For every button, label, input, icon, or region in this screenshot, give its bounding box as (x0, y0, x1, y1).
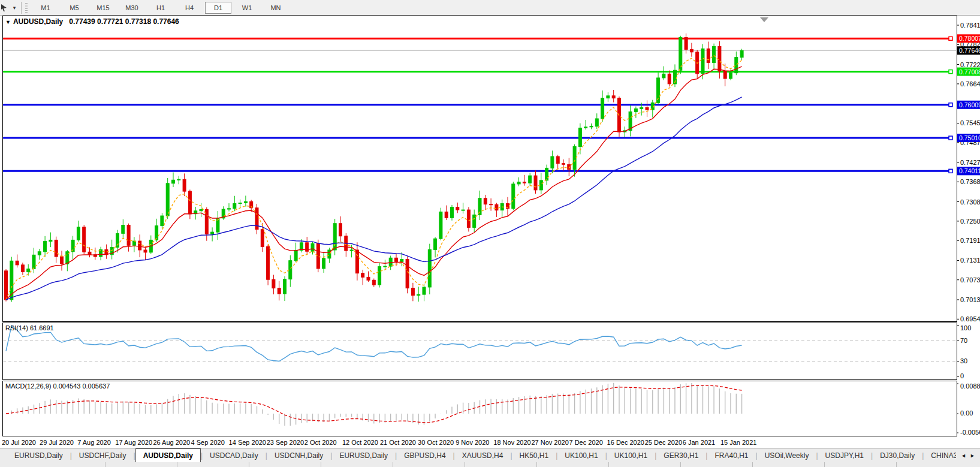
chart-tab-eurusd-daily[interactable]: EURUSD,Daily (332, 449, 395, 462)
chart-tab-uk100-h1[interactable]: UK100,H1 (607, 449, 655, 462)
chart-ohlc-values: 0.77439 0.77721 0.77318 0.77646 (69, 17, 179, 26)
toolbar-separator (21, 2, 22, 14)
strip-separator (321, 462, 321, 467)
cursor-tool-icon[interactable] (0, 2, 10, 13)
chart-tab-dj30-daily[interactable]: DJ30,Daily (873, 449, 922, 462)
tabbar-bottom-strip (0, 462, 980, 467)
chart-title: ▼AUDUSD,Daily0.77439 0.77721 0.77318 0.7… (5, 17, 179, 26)
chart-tab-uk100-h1[interactable]: UK100,H1 (557, 449, 605, 462)
macd-indicator-label: MACD(12,26,9) 0.004543 0.005637 (5, 382, 110, 390)
timeframe-button-group: M1M5M15M30H1H4D1W1MN (31, 2, 290, 14)
strip-separator (465, 462, 465, 467)
tab-scroll-left-icon[interactable]: ◄ (961, 453, 966, 459)
strip-separator (393, 462, 393, 467)
timeframe-button-m15[interactable]: M15 (90, 2, 116, 14)
strip-separator (105, 462, 105, 467)
scroll-to-end-icon[interactable] (760, 17, 768, 22)
chart-tab-eurusd-daily[interactable]: EURUSD,Daily (7, 449, 70, 462)
tab-scroll-right-icon[interactable]: ► (970, 453, 975, 459)
chart-tab-audusd-daily[interactable]: AUDUSD,Daily (135, 448, 201, 463)
chart-tab-china300-h1[interactable]: CHINA300,H1 (924, 449, 956, 462)
rsi-indicator-label: RSI(14) 61.6691 (5, 324, 54, 332)
chart-symbol-label: AUDUSD,Daily (13, 17, 63, 26)
chart-tab-usdchf-daily[interactable]: USDCHF,Daily (72, 449, 134, 462)
chart-menu-caret-icon[interactable]: ▼ (5, 19, 11, 25)
time-axis[interactable] (0, 436, 957, 448)
timeframe-button-h4[interactable]: H4 (176, 2, 203, 14)
strip-separator (608, 462, 609, 467)
chart-tab-usdcnh-daily[interactable]: USDCNH,Daily (267, 449, 330, 462)
timeframe-button-w1[interactable]: W1 (234, 2, 260, 14)
price-axis[interactable] (957, 16, 980, 436)
toolbar: ▾ M1M5M15M30H1H4D1W1MN (0, 0, 980, 16)
mt4-window: ▾ M1M5M15M30H1H4D1W1MN 0.784100.778250.7… (0, 0, 980, 467)
chart-canvas[interactable]: 0.784100.778250.772250.766400.754550.748… (0, 0, 980, 467)
timeframe-button-m30[interactable]: M30 (119, 2, 145, 14)
toolbar-grip[interactable] (25, 3, 28, 13)
chart-tab-hk50-h1[interactable]: HK50,H1 (512, 449, 556, 462)
strip-separator (177, 462, 177, 467)
strip-separator (896, 462, 897, 467)
timeframe-button-d1[interactable]: D1 (205, 2, 231, 14)
tab-scroll-arrows: ◄ ► (956, 448, 980, 463)
timeframe-button-h1[interactable]: H1 (147, 2, 174, 14)
cursor-arrow-glyph (0, 4, 8, 12)
chart-tab-usoil-weekly[interactable]: USOil,Weekly (758, 449, 816, 462)
strip-separator (680, 462, 681, 467)
timeframe-button-mn[interactable]: MN (263, 2, 289, 14)
chart-tab-ger30-h1[interactable]: GER30,H1 (656, 449, 705, 462)
strip-separator (536, 462, 537, 467)
strip-separator (824, 462, 825, 467)
chart-tab-gbpusd-h4[interactable]: GBPUSD,H4 (397, 449, 453, 462)
tool-dropdown-caret-icon[interactable]: ▾ (10, 5, 19, 11)
chart-tabs: EURUSD,Daily|USDCHF,Daily|AUDUSD,Daily|U… (0, 448, 956, 463)
chart-tab-xauusd-h4[interactable]: XAUUSD,H4 (455, 449, 511, 462)
strip-separator (249, 462, 249, 467)
timeframe-button-m1[interactable]: M1 (32, 2, 59, 14)
strip-separator (752, 462, 753, 467)
timeframe-button-m5[interactable]: M5 (61, 2, 88, 14)
chart-tab-usdjpy-h1[interactable]: USDJPY,H1 (818, 449, 871, 462)
chart-tab-usdcad-daily[interactable]: USDCAD,Daily (203, 449, 266, 462)
chart-tab-fra40-h1[interactable]: FRA40,H1 (707, 449, 755, 462)
